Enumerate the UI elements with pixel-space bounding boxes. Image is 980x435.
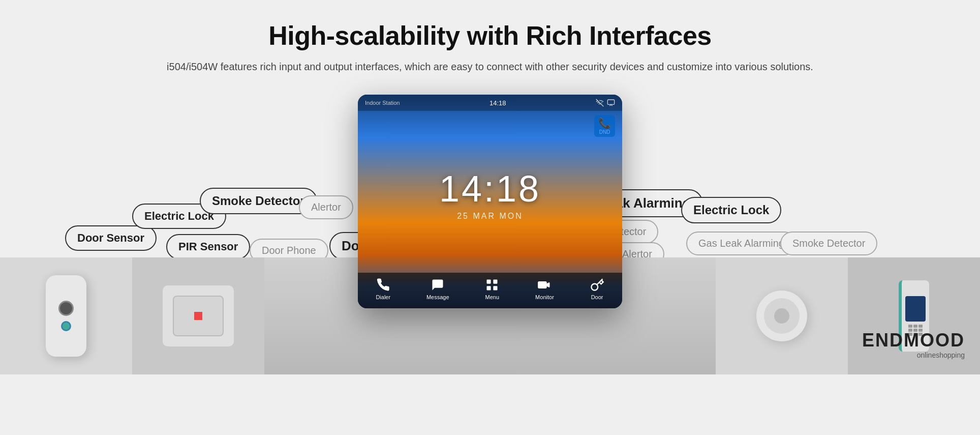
central-device: Indoor Station 14:18 📞 DND 14:18 25 MAR … [358,95,622,308]
device-doorbell-img [46,275,86,357]
device-icons-bar [596,99,615,107]
svg-rect-5 [538,281,547,288]
device-dnd-label: DND [598,129,611,135]
message-label: Message [426,294,449,300]
photo-cell-access: ENDMOOD onlineshopping [848,257,980,374]
menu-icon [485,278,499,292]
photo-cell-pir [132,257,264,374]
device-message: Message [426,278,449,300]
photo-cell-doorbell [0,257,132,374]
monitor-label: Monitor [535,294,554,300]
svg-rect-4 [494,286,498,290]
device-monitor: Monitor [535,278,554,300]
door-key-icon [590,278,604,292]
message-icon [431,278,445,292]
label-electric-lock-right: Electric Lock [681,197,781,223]
menu-label: Menu [485,294,500,300]
header-section: High-scalability with Rich Interfaces i5… [0,0,980,84]
svg-rect-3 [487,286,491,290]
camera-lens [58,301,74,316]
diagram-section: Door Sensor Electric Lock Smoke Detector… [0,90,980,374]
device-menu: Menu [485,278,499,300]
device-screen: Indoor Station 14:18 📞 DND 14:18 25 MAR … [358,95,622,308]
page-title: High-scalability with Rich Interfaces [102,20,878,51]
doorbell-button [61,321,71,331]
dialer-label: Dialer [376,294,390,300]
device-time-bar: 14:18 [489,99,506,107]
photo-cell-smoke [716,257,848,374]
endmood-main-text: ENDMOOD [862,330,965,351]
endmood-sub-text: onlineshopping [862,351,965,359]
phone-icon [376,278,390,292]
page-subtitle: i504/i504W features rich input and outpu… [102,59,878,74]
device-door: Door [590,278,604,300]
page-wrapper: High-scalability with Rich Interfaces i5… [0,0,980,435]
endmood-brand: ENDMOOD onlineshopping [862,330,965,359]
door-label: Door [591,294,603,300]
device-top-bar: Indoor Station 14:18 [358,95,622,111]
wifi-icon [596,99,604,107]
label-smoke-detector-far-right: Smoke Detector [780,231,877,255]
svg-rect-2 [494,280,498,284]
smoke-detector-img [756,291,807,341]
monitor-icon [607,99,615,107]
svg-rect-0 [607,100,614,104]
device-dialer: Dialer [376,278,390,300]
device-date: 25 MAR MON [457,212,523,221]
monitor-bottom-icon [537,278,552,292]
device-time-section: 14:18 25 MAR MON [358,111,622,273]
device-clock: 14:18 [439,168,541,210]
label-alertor-left: Alertor [299,195,353,219]
svg-rect-1 [487,280,491,284]
label-pir-sensor: PIR Sensor [166,234,250,259]
device-station-label: Indoor Station [365,100,400,106]
device-dnd-badge: 📞 DND [594,115,615,137]
label-door-sensor: Door Sensor [65,225,157,251]
device-bottom-bar: Dialer Message Menu [358,273,622,308]
